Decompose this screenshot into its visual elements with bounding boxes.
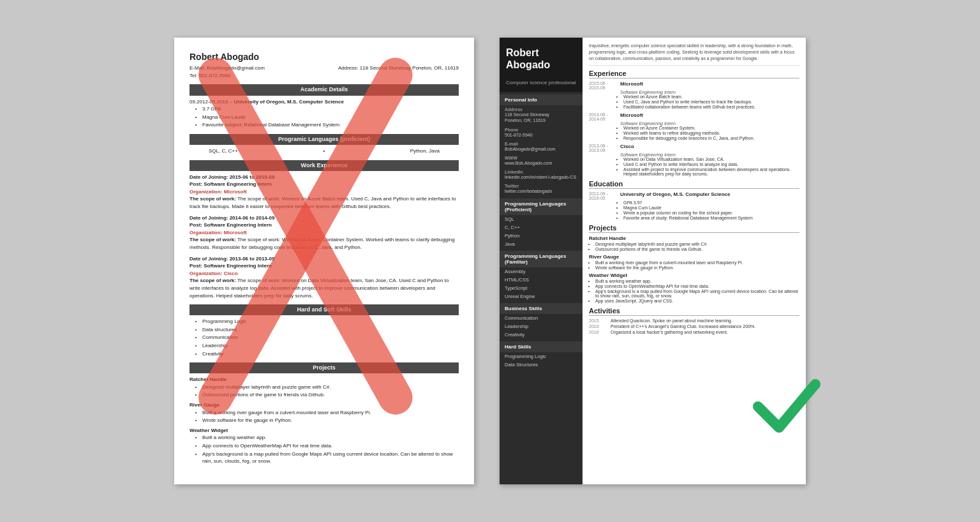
skill-html: HTML/CSS — [500, 276, 583, 284]
work-dates-1: Date of Joining: 2014-06 to 2014-09 — [189, 215, 274, 221]
www-label: WWW — [500, 154, 583, 160]
work-entry-1: Date of Joining: 2014-06 to 2014-09 Post… — [189, 214, 459, 251]
skill-0: Programming Logic — [202, 318, 459, 325]
edu-org-0: University of Oregon, M.S. Computer Scie… — [620, 191, 730, 200]
work-scope-1: The scope of work: The scope of work: Wo… — [189, 236, 459, 251]
proj-right-title-2: Weather Widget — [589, 272, 799, 278]
act-date-0: 2015 — [589, 318, 608, 323]
linkedin-label: LinkedIn — [500, 168, 583, 174]
skill-1: Data structures — [202, 326, 459, 334]
act-text-2: Organized a local hacker's gathering and… — [611, 330, 728, 334]
left-resume-name: Robert Abogado — [189, 50, 459, 63]
act-entry-2: 2016 Organized a local hacker's gatherin… — [589, 330, 799, 334]
sidebar: Robert Abogado Computer science professi… — [500, 38, 583, 484]
proj-bullets-2: Built a working weather app. App connect… — [202, 434, 459, 465]
lang-left: SQL, C, C++ — [209, 147, 238, 155]
act-entry-1: 2016 President of C++'s Arcangel's Gamin… — [589, 324, 799, 329]
email-label: E-mail — [500, 140, 583, 146]
exp-date-1: 2014-06 -2014-09 — [589, 112, 618, 121]
lang-row: SQL, C, C++ • Python, Java — [189, 147, 459, 155]
work-post-0: Post: Software Engineering Intern — [189, 181, 272, 187]
right-resume: Robert Abogado Computer science professi… — [500, 38, 806, 484]
proj-right-2: Weather Widget Built a working weather a… — [589, 272, 799, 303]
email-value: BobAbogado@gmail.com — [500, 146, 583, 154]
exp-role-2: Software Engineering Intern — [620, 153, 799, 157]
work-dates-2: Date of Joining: 2013-06 to 2013-09 — [189, 256, 274, 262]
twitter-label: Twitter — [500, 182, 583, 188]
prog-proficient-header: Programming Languages (Proficient) — [500, 198, 583, 215]
edu-bullet-2: Magna Cum Laude — [202, 114, 459, 121]
sidebar-name: Robert Abogado — [500, 38, 583, 77]
summary: Inquisitive, energetic computer science … — [589, 43, 799, 66]
skill-3: Leadership — [202, 342, 459, 350]
experience-header: Experience — [589, 70, 799, 78]
work-entry-2: Date of Joining: 2013-06 to 2013-09 Post… — [189, 255, 459, 300]
lang-right: Python, Java — [410, 147, 440, 155]
work-org-0: Organization: Microsoft — [189, 188, 459, 196]
twitter-value: twitter.com/bobabogado — [500, 188, 583, 196]
phone-value: 501-872-5940 — [500, 132, 583, 140]
skill-sql: SQL — [500, 215, 583, 223]
edu-school: University of Oregon, M.S. Computer Scie… — [234, 99, 343, 105]
work-scope-2: The scope of work: The scope of work: Wo… — [189, 277, 459, 299]
skill-typescript: TypeScript — [500, 284, 583, 292]
www-value: www.Bob.Abogado.com — [500, 160, 583, 168]
exp-org-2: Cisco — [620, 144, 634, 149]
sidebar-title: Computer science professional — [500, 77, 583, 92]
edu-bullet-1: 3.7 GPA — [202, 105, 459, 113]
email-value: BobAbogado@gmail.com — [207, 65, 265, 71]
prog-familiar-header: Programming Languages (Familiar) — [500, 251, 583, 267]
hard-skills-header: Hard Skills — [500, 341, 583, 352]
proj-right-title-0: Ratchet Handle — [589, 235, 799, 241]
edu-bullet-3: Favourite subject: Relational Database M… — [202, 121, 459, 129]
personal-info-header: Personal Info — [500, 94, 583, 105]
edu-date-0: 2012-09 -2016-05 — [589, 191, 618, 200]
act-text-1: President of C++'s Arcangel's Gaming Clu… — [611, 324, 755, 329]
proj-bullets-0: Designed multiplayer labyrinth and puzzl… — [202, 384, 459, 399]
tel-label: Tel: — [189, 73, 197, 78]
proj-title-1: River Gauge — [189, 401, 459, 409]
proj-2: Weather Widget Built a working weather a… — [189, 427, 459, 465]
act-date-2: 2016 — [589, 330, 608, 334]
proj-right-0: Ratchet Handle Designed multiplayer laby… — [589, 235, 799, 251]
skills-list: Programming Logic Data structures Commun… — [202, 318, 459, 357]
edu-bullets: 3.7 GPA Magna Cum Laude Favourite subjec… — [202, 105, 459, 129]
biz-skill-2: Creativity — [500, 331, 583, 339]
proj-title-2: Weather Widget — [189, 427, 459, 435]
act-date-1: 2016 — [589, 324, 608, 329]
hard-skill-0: Programming Logic — [500, 352, 583, 361]
edu-bullets-0: GPA 3.97 Magna Cum Laude Wrote a popular… — [623, 200, 799, 220]
skill-4: Creativity — [202, 350, 459, 358]
skill-python: Python — [500, 232, 583, 240]
edu-dates: 09.2012-05.2016 – — [189, 99, 232, 105]
work-dates-0: Date of Joining: 2015-06 to 2015-09 — [189, 174, 274, 180]
exp-entry-0: 2015-06 -2015-09 Microsoft Software Engi… — [589, 81, 799, 109]
proj-right-title-1: River Gauge — [589, 254, 799, 260]
business-skills-header: Business Skills — [500, 303, 583, 314]
activities-header: Activities — [589, 307, 799, 316]
skill-assembly: Assembly — [500, 267, 583, 276]
lang-header: Programic Languages (proficient) — [189, 134, 459, 145]
projects-header: Projects — [189, 362, 459, 373]
main-content: Inquisitive, energetic computer science … — [583, 38, 806, 484]
projects-section: Ratchet Handle Designed multiplayer laby… — [189, 376, 459, 465]
hard-skill-1: Data Structures — [500, 361, 583, 369]
exp-org-0: Microsoft — [620, 81, 643, 87]
exp-bullets-0: Worked on Azure Batch team. Used C, Java… — [623, 94, 799, 109]
education-header: Education — [589, 180, 799, 189]
linkedin-value: linkedin.com/in/robert-l-abogado-CS — [500, 174, 583, 182]
proj-right-1: River Gauge Built a working river gauge … — [589, 254, 799, 270]
exp-bullets-2: Worked on Data Virtualization team, San … — [623, 157, 799, 176]
left-resume: Robert Abogado E-Mail: BobAbogado@gmail.… — [174, 38, 474, 484]
work-header: Work Experience — [189, 160, 459, 171]
proj-title-0: Ratchet Handle — [189, 376, 459, 384]
phone-label: Phone — [500, 126, 583, 132]
skill-java: Java — [500, 240, 583, 248]
work-post-1: Post: Software Engineering Intern — [189, 222, 272, 228]
address-label: Address: — [338, 65, 359, 71]
work-entry-0: Date of Joining: 2015-06 to 2015-09 Post… — [189, 174, 459, 211]
work-post-2: Post: Software Engineering Intern — [189, 263, 272, 269]
skill-2: Communication — [202, 334, 459, 341]
exp-date-0: 2015-06 -2015-09 — [589, 81, 618, 90]
exp-date-2: 2013-08 -2013-09 — [589, 144, 618, 153]
